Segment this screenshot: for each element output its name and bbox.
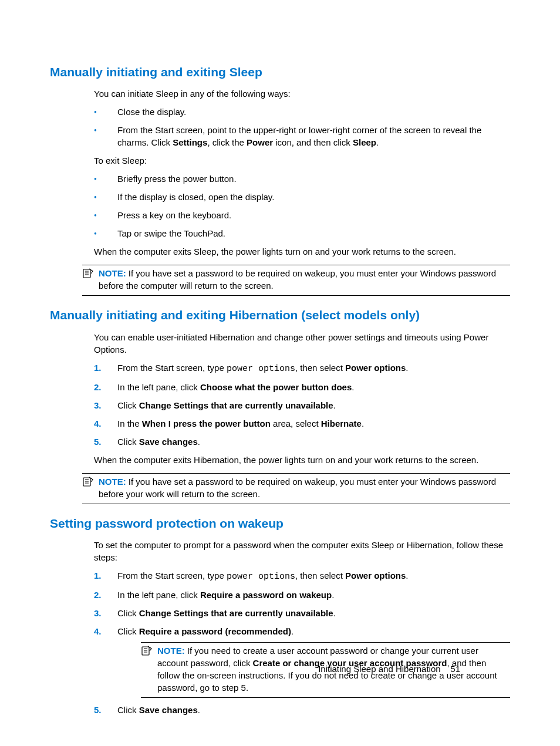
note-block: NOTE: If you have set a password to be r… (82, 473, 510, 504)
text: . (291, 626, 294, 636)
note-text: If you have set a password to be require… (99, 477, 496, 499)
step-item: In the left pane, click Require a passwo… (94, 589, 510, 601)
step-item: Click Change Settings that are currently… (94, 607, 510, 619)
text: In the left pane, click (117, 590, 200, 600)
text: From the Start screen, type (117, 363, 227, 373)
note-text: If you have set a password to be require… (99, 268, 496, 291)
text: Click (117, 705, 139, 715)
intro-text: To set the computer to prompt for a pass… (94, 539, 510, 563)
step-item: Click Save changes. (94, 436, 510, 448)
heading-password: Setting password protection on wakeup (50, 515, 510, 532)
bold-text: Save changes (139, 705, 198, 715)
text: . (352, 382, 354, 392)
note-icon (141, 646, 153, 659)
section-sleep-body: You can initiate Sleep in any of the fol… (94, 87, 510, 258)
text: . (362, 418, 364, 428)
bold-text: Choose what the power button does (200, 382, 352, 392)
text: Click (117, 626, 139, 636)
section-password-body: To set the computer to prompt for a pass… (94, 539, 510, 716)
after-text: When the computer exits Hibernation, the… (94, 454, 510, 466)
list-item: Close the display. (94, 106, 510, 118)
text: . (376, 137, 379, 147)
exit-intro: To exit Sleep: (94, 154, 510, 167)
after-text: When the computer exits Sleep, the power… (94, 245, 510, 258)
bold-text: Require a password on wakeup (200, 590, 332, 600)
text: . (198, 705, 200, 715)
svg-rect-4 (83, 478, 90, 486)
intro-text: You can enable user-initiated Hibernatio… (94, 331, 510, 356)
sleep-exit-list: Briefly press the power button. If the d… (94, 173, 510, 239)
bold-text: Save changes (139, 437, 198, 447)
intro-text: You can initiate Sleep in any of the fol… (94, 87, 510, 100)
text: Click (117, 608, 139, 618)
bold-text: Settings (173, 137, 207, 147)
text: . (333, 400, 336, 410)
mono-text: power options (227, 572, 295, 582)
list-item: Tap or swipe the TouchPad. (94, 227, 510, 239)
sleep-initiate-list: Close the display. From the Start screen… (94, 106, 510, 148)
text: , then select (295, 363, 345, 373)
text: . (333, 608, 336, 618)
bold-text: When I press the power button (142, 418, 271, 428)
page-footer: Initiating Sleep and Hibernation 51 (318, 663, 460, 675)
note-icon (82, 477, 94, 490)
text: Click (117, 437, 139, 447)
hibernation-steps: From the Start screen, type power option… (94, 362, 510, 448)
bold-text: Power options (345, 363, 406, 373)
text: Click (117, 400, 139, 410)
bold-text: Power (247, 137, 273, 147)
bold-text: Power options (345, 571, 406, 580)
text: In the (117, 418, 142, 428)
list-item: If the display is closed, open the displ… (94, 191, 510, 203)
bold-text: Change Settings that are currently unava… (139, 608, 333, 618)
note-label: NOTE: (157, 646, 185, 656)
step-item: Click Change Settings that are currently… (94, 399, 510, 411)
svg-rect-8 (142, 647, 149, 655)
step-item: From the Start screen, type power option… (94, 362, 510, 375)
text: In the left pane, click (117, 382, 200, 392)
text: . (198, 437, 200, 447)
step-item: Click Save changes. (94, 704, 510, 716)
list-item: Press a key on the keyboard. (94, 209, 510, 221)
footer-text: Initiating Sleep and Hibernation (318, 664, 440, 674)
text: From the Start screen, type (117, 571, 227, 580)
bold-text: Change Settings that are currently unava… (139, 400, 333, 410)
note-label: NOTE: (99, 268, 126, 278)
text: . (332, 590, 334, 600)
list-item: Briefly press the power button. (94, 173, 510, 185)
bold-text: Require a password (recommended) (139, 626, 291, 636)
heading-sleep: Manually initiating and exiting Sleep (50, 63, 510, 80)
text: icon, and then click (273, 137, 353, 147)
text: , then select (295, 571, 345, 580)
page: Manually initiating and exiting Sleep Yo… (50, 63, 510, 716)
step-item: In the left pane, click Choose what the … (94, 381, 510, 393)
step-item: Click Require a password (recommended). … (94, 625, 510, 698)
text: . (406, 571, 408, 580)
step-item: From the Start screen, type power option… (94, 569, 510, 583)
note-block: NOTE: If you have set a password to be r… (82, 265, 510, 296)
text: area, select (271, 418, 321, 428)
password-steps: From the Start screen, type power option… (94, 569, 510, 716)
svg-rect-0 (83, 269, 90, 278)
list-item: From the Start screen, point to the uppe… (94, 124, 510, 148)
note-label: NOTE: (99, 477, 126, 487)
note-icon (82, 268, 94, 282)
step-item: In the When I press the power button are… (94, 417, 510, 430)
text: , click the (207, 137, 247, 147)
mono-text: power options (227, 364, 295, 374)
section-hibernation-body: You can enable user-initiated Hibernatio… (94, 331, 510, 466)
text: . (406, 363, 408, 373)
bold-text: Hibernate (321, 418, 362, 428)
bold-text: Sleep (353, 137, 376, 147)
heading-hibernation: Manually initiating and exiting Hibernat… (50, 306, 510, 323)
page-number: 51 (450, 664, 460, 674)
